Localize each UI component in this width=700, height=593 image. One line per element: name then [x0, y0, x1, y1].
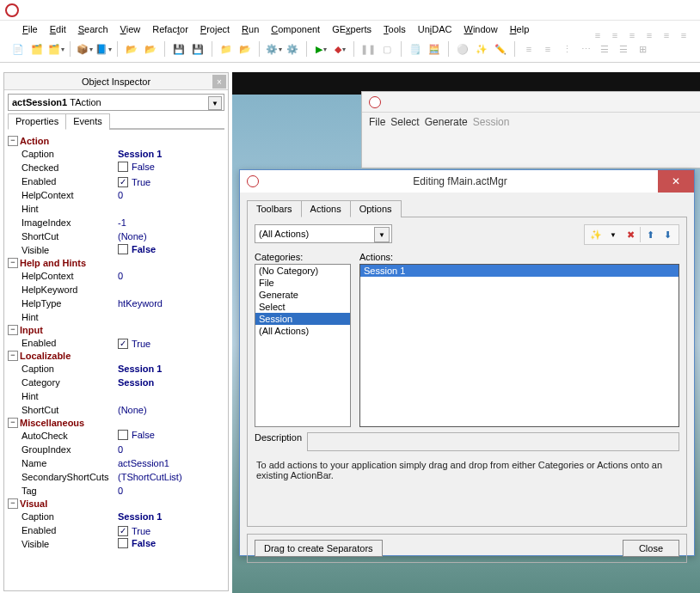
category-item[interactable]: Session [255, 313, 350, 325]
category-item[interactable]: (All Actions) [255, 325, 350, 337]
oi-prop-enabled[interactable]: Enabled✓True [8, 336, 224, 350]
oi-prop-value[interactable]: Session 1 [118, 149, 224, 159]
form-menu-file[interactable]: File [369, 116, 385, 128]
oi-prop-caption[interactable]: CaptionSession 1 [8, 147, 224, 161]
oi-prop-value[interactable]: 0 [118, 271, 224, 281]
step-into-icon[interactable]: 🧮 [427, 41, 442, 57]
menu-gexperts[interactable]: GExperts [327, 22, 377, 36]
new-icon[interactable]: 📄 [10, 41, 26, 57]
compile-icon[interactable]: ⚙️ [285, 41, 300, 57]
checkbox-icon[interactable] [118, 244, 128, 254]
oi-prop-checked[interactable]: CheckedFalse [8, 161, 224, 174]
oi-prop-helpcontext[interactable]: HelpContext0 [8, 188, 224, 202]
oi-category-action[interactable]: Action [8, 135, 224, 147]
oi-prop-visible[interactable]: VisibleFalse [8, 537, 224, 551]
oi-prop-value[interactable]: 0 [118, 486, 224, 496]
oi-prop-imageindex[interactable]: ImageIndex-1 [8, 216, 224, 229]
oi-prop-helptype[interactable]: HelpTypehtKeyword [8, 296, 224, 310]
oi-prop-value[interactable]: htKeyword [118, 298, 224, 309]
oi-prop-value[interactable]: False [118, 162, 224, 174]
oi-prop-value[interactable]: ✓True [118, 525, 224, 536]
oi-component-combo[interactable]: actSession1 TAction ▼ [8, 94, 224, 111]
oi-prop-category[interactable]: CategorySession [8, 376, 224, 389]
menu-file[interactable]: File [17, 22, 43, 36]
oi-prop-value[interactable]: (None) [118, 405, 224, 415]
category-item[interactable]: Generate [255, 289, 350, 301]
oi-prop-shortcut[interactable]: ShortCut(None) [8, 229, 224, 243]
form-menu-select[interactable]: Select [390, 116, 419, 128]
tab-options[interactable]: Options [350, 200, 402, 217]
menu-component[interactable]: Component [266, 22, 325, 36]
oi-category-input[interactable]: Input [8, 324, 224, 336]
delete-action-icon[interactable]: ✖ [623, 227, 638, 242]
oi-prop-value[interactable]: -1 [118, 217, 224, 228]
checkbox-icon[interactable]: ✓ [118, 339, 128, 349]
oi-prop-value[interactable]: Session 1 [118, 511, 224, 522]
menu-project[interactable]: Project [195, 22, 235, 36]
save-all-icon[interactable]: 💾 [190, 41, 206, 57]
menu-window[interactable]: Window [459, 22, 503, 36]
oi-prop-value[interactable]: 0 [118, 190, 224, 200]
folder-icon[interactable]: 📁 [218, 41, 234, 57]
oi-prop-name[interactable]: NameactSession1 [8, 456, 224, 470]
project-icon[interactable]: 📦 [77, 41, 92, 57]
folder-open-icon[interactable]: 📂 [237, 41, 253, 57]
oi-prop-hint[interactable]: Hint [8, 202, 224, 216]
oi-prop-groupindex[interactable]: GroupIndex0 [8, 443, 224, 456]
dialog-titlebar[interactable]: Editing fMain.actMgr ✕ [240, 170, 694, 193]
menu-tools[interactable]: Tools [378, 22, 411, 36]
menu-help[interactable]: Help [505, 22, 535, 36]
project-group-icon[interactable]: 📘 [95, 41, 111, 57]
menu-run[interactable]: Run [236, 22, 264, 36]
menu-unidac[interactable]: UniDAC [413, 22, 457, 36]
oi-prop-visible[interactable]: VisibleFalse [8, 243, 224, 257]
oi-tab-properties[interactable]: Properties [8, 113, 66, 130]
oi-prop-value[interactable]: Session [118, 377, 224, 388]
oi-prop-helpkeyword[interactable]: HelpKeyword [8, 283, 224, 296]
new-dropdown-icon[interactable]: 🗂️ [48, 41, 64, 57]
oi-prop-value[interactable]: (None) [118, 231, 224, 241]
new-action-icon[interactable]: ✨ [588, 227, 604, 242]
checkbox-icon[interactable]: ✓ [118, 177, 128, 187]
category-item[interactable]: (No Category) [255, 265, 350, 277]
run-icon[interactable]: ▶ [313, 41, 329, 57]
new-multi-icon[interactable]: 🗂️ [29, 41, 45, 57]
category-item[interactable]: Select [255, 301, 350, 313]
action-item[interactable]: Session 1 [360, 265, 679, 277]
new-action-dropdown-icon[interactable]: ▼ [605, 227, 621, 242]
oi-category-miscellaneous[interactable]: Miscellaneous [8, 417, 224, 429]
move-down-icon[interactable]: ⬇ [660, 227, 675, 242]
move-up-icon[interactable]: ⬆ [642, 227, 658, 242]
checkbox-icon[interactable]: ✓ [118, 526, 128, 536]
oi-prop-shortcut[interactable]: ShortCut(None) [8, 403, 224, 417]
drag-separators-button[interactable]: Drag to create Separators [255, 540, 383, 557]
actions-filter-combo[interactable]: (All Actions) ▼ [255, 224, 392, 243]
close-button[interactable]: Close [623, 540, 679, 557]
oi-prop-value[interactable]: actSession1 [118, 458, 224, 468]
breakpoint-icon[interactable]: ⚪ [455, 41, 470, 57]
oi-prop-value[interactable]: ✓True [118, 338, 224, 349]
menu-view[interactable]: View [115, 22, 146, 36]
oi-prop-value[interactable]: 0 [118, 444, 224, 455]
oi-prop-caption[interactable]: CaptionSession 1 [8, 510, 224, 523]
oi-prop-caption[interactable]: CaptionSession 1 [8, 362, 224, 376]
wand-icon[interactable]: ✏️ [493, 41, 508, 57]
form-menu-generate[interactable]: Generate [425, 116, 468, 128]
oi-prop-value[interactable]: ✓True [118, 176, 224, 187]
tab-actions[interactable]: Actions [301, 200, 351, 217]
run-no-debug-icon[interactable]: ◆ [332, 41, 347, 57]
actions-listbox[interactable]: Session 1 [359, 264, 679, 427]
save-icon[interactable]: 💾 [171, 41, 187, 57]
oi-prop-hint[interactable]: Hint [8, 389, 224, 403]
oi-prop-value[interactable]: False [118, 538, 224, 550]
oi-prop-value[interactable]: False [118, 244, 224, 256]
checkbox-icon[interactable] [118, 162, 128, 172]
step-over-icon[interactable]: 🗒️ [408, 41, 423, 57]
oi-prop-enabled[interactable]: Enabled✓True [8, 523, 224, 537]
open-icon[interactable]: 📂 [124, 41, 139, 57]
dialog-close-button[interactable]: ✕ [658, 170, 694, 193]
category-item[interactable]: File [255, 277, 350, 289]
oi-prop-value[interactable]: Session 1 [118, 364, 224, 374]
watch-icon[interactable]: ✨ [474, 41, 489, 57]
build-icon[interactable]: ⚙️ [266, 41, 281, 57]
